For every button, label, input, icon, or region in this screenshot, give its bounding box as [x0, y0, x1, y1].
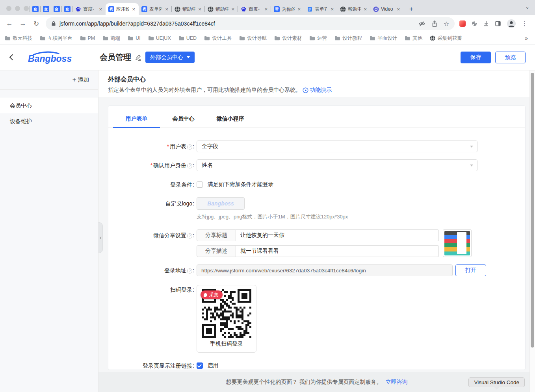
- close-icon[interactable]: ×: [164, 6, 169, 12]
- close-window-button[interactable]: [6, 6, 11, 11]
- eye-slash-icon[interactable]: [418, 21, 425, 27]
- side-panel-icon[interactable]: [495, 20, 501, 27]
- sidebar-collapse-handle[interactable]: [98, 222, 103, 253]
- bookmark-folder[interactable]: 设计教程: [334, 35, 362, 42]
- main-content: 外部会员中心 指定某个表单中的人员为对外填表用户，可用此功能搭建简单的会员中心系…: [98, 70, 535, 392]
- video-icon: [373, 6, 379, 12]
- settings-form: 用户表 全字段 确认用户身份: [108, 128, 525, 370]
- downloads-icon[interactable]: [483, 20, 489, 27]
- help-icon[interactable]: [187, 144, 192, 150]
- pinned-tab[interactable]: 金: [41, 3, 51, 15]
- pinned-tab[interactable]: 金: [62, 3, 72, 15]
- bookmarks-overflow-icon[interactable]: »: [525, 35, 530, 41]
- bookmark-folder[interactable]: 其他: [405, 35, 422, 42]
- bookmark-folder[interactable]: 运营: [309, 35, 327, 42]
- bookmark-folder[interactable]: 设计工具: [204, 35, 232, 42]
- logo-watermark: Bangboss: [207, 200, 234, 207]
- browser-tab[interactable]: 帮助中 ×: [205, 3, 238, 15]
- browser-tab[interactable]: 百度- ×: [72, 3, 106, 15]
- sidebar-item-device-maintenance[interactable]: 设备维护: [0, 113, 98, 129]
- tab-title: 帮助中: [182, 6, 195, 13]
- new-tab-button[interactable]: +: [406, 4, 417, 15]
- browser-tab[interactable]: Video ×: [370, 3, 403, 15]
- browser-tab[interactable]: 帮助中 ×: [172, 3, 205, 15]
- url-text: jsform.com/app/lapp/builder?appid=6327da…: [59, 20, 414, 27]
- browser-tab[interactable]: 帮助中 ×: [337, 3, 370, 15]
- bookmark-folder[interactable]: 数元科技: [5, 35, 32, 42]
- back-button[interactable]: ←: [4, 18, 15, 29]
- bookmark-folder[interactable]: 设计导航: [239, 35, 267, 42]
- share-title-input[interactable]: [236, 229, 439, 241]
- reload-button[interactable]: ↻: [31, 18, 42, 29]
- browser-tab[interactable]: 表 表单列 ×: [139, 3, 172, 15]
- close-icon[interactable]: ×: [363, 6, 368, 12]
- address-bar[interactable]: jsform.com/app/lapp/builder?appid=6327da…: [46, 17, 455, 30]
- logo-upload-thumbnail[interactable]: Bangboss: [197, 197, 245, 210]
- tab-title: 为你的: [282, 6, 295, 13]
- share-icon[interactable]: [432, 20, 437, 27]
- preview-button[interactable]: 预览: [495, 52, 526, 63]
- help-icon[interactable]: [187, 233, 192, 239]
- close-icon[interactable]: ×: [197, 6, 202, 12]
- share-thumbnail[interactable]: [443, 229, 472, 257]
- browser-tab-active[interactable]: 表 应用设 ×: [106, 3, 139, 15]
- close-icon[interactable]: ×: [297, 6, 301, 12]
- bookmark-folder[interactable]: 平面设计: [370, 35, 397, 42]
- browser-tab[interactable]: 百度- ×: [238, 3, 271, 15]
- scene-selector-dropdown[interactable]: 外部会员中心: [145, 52, 195, 63]
- profile-avatar[interactable]: [507, 19, 516, 28]
- login-condition-checkbox[interactable]: [197, 181, 203, 188]
- close-icon[interactable]: ×: [98, 6, 103, 12]
- feature-demo-link[interactable]: 功能演示: [303, 87, 332, 94]
- bookmark-huaban[interactable]: 采集到花瓣: [430, 35, 462, 42]
- help-icon[interactable]: [187, 268, 192, 274]
- help-icon[interactable]: [187, 163, 192, 168]
- sidebar-item-member-center[interactable]: 会员中心: [0, 98, 98, 113]
- bookmark-folder[interactable]: UI: [128, 35, 141, 41]
- tab-member-center[interactable]: 会员中心: [160, 112, 207, 128]
- document-icon: [307, 6, 313, 12]
- browser-tab[interactable]: 表单7 ×: [304, 3, 337, 15]
- user-table-select[interactable]: 全字段: [197, 141, 477, 152]
- bookmark-folder[interactable]: 互联网平台: [40, 35, 72, 42]
- tab-user-form[interactable]: 用户表单: [113, 112, 160, 128]
- add-page-button[interactable]: + 添加: [0, 70, 98, 90]
- forward-button[interactable]: →: [17, 18, 28, 29]
- browser-menu-icon[interactable]: ⋮: [522, 20, 528, 27]
- identity-select[interactable]: 姓名: [197, 159, 477, 171]
- close-icon[interactable]: ×: [330, 6, 334, 12]
- save-button[interactable]: 保存: [461, 52, 491, 63]
- bookmark-label: 平面设计: [377, 35, 397, 42]
- help-app-icon: 帮: [274, 6, 280, 12]
- close-icon[interactable]: ×: [230, 6, 235, 12]
- bookmark-folder[interactable]: UED: [178, 35, 197, 41]
- open-url-button[interactable]: 打开: [455, 264, 486, 276]
- tab-wechat-miniprogram[interactable]: 微信小程序: [207, 112, 254, 128]
- maximize-window-button[interactable]: [24, 6, 29, 11]
- huaban-extension-icon[interactable]: [459, 20, 466, 27]
- tab-search-chevron-icon[interactable]: ⌄: [525, 4, 529, 10]
- bookmark-folder[interactable]: PM: [80, 35, 95, 41]
- pinned-tab[interactable]: 金: [51, 3, 62, 15]
- bookmark-star-icon[interactable]: ☆: [444, 20, 449, 28]
- consult-link[interactable]: 立即咨询: [385, 379, 407, 386]
- bookmark-folder[interactable]: 设计素材: [274, 35, 302, 42]
- close-icon[interactable]: ×: [264, 6, 268, 12]
- edit-pencil-icon[interactable]: [135, 54, 142, 61]
- minimize-window-button[interactable]: [15, 6, 20, 11]
- scrollbar-thumb[interactable]: [531, 73, 534, 348]
- back-chevron-icon[interactable]: [9, 54, 16, 61]
- window-controls[interactable]: [6, 6, 29, 11]
- register-link-checkbox[interactable]: [197, 362, 203, 369]
- close-icon[interactable]: ×: [396, 6, 401, 12]
- browser-tab[interactable]: 帮 为你的 ×: [271, 3, 304, 15]
- huaban-collect-badge[interactable]: 采集: [201, 290, 223, 299]
- pinned-tab[interactable]: 金: [30, 3, 41, 15]
- bookmark-folder[interactable]: UE|UX: [148, 35, 171, 41]
- bookmark-folder[interactable]: 前端: [102, 35, 120, 42]
- scrollbar[interactable]: [529, 70, 535, 392]
- share-desc-input[interactable]: [236, 245, 439, 257]
- close-icon[interactable]: ×: [131, 6, 136, 12]
- login-url-input[interactable]: [197, 264, 453, 276]
- extensions-puzzle-icon[interactable]: [471, 20, 477, 27]
